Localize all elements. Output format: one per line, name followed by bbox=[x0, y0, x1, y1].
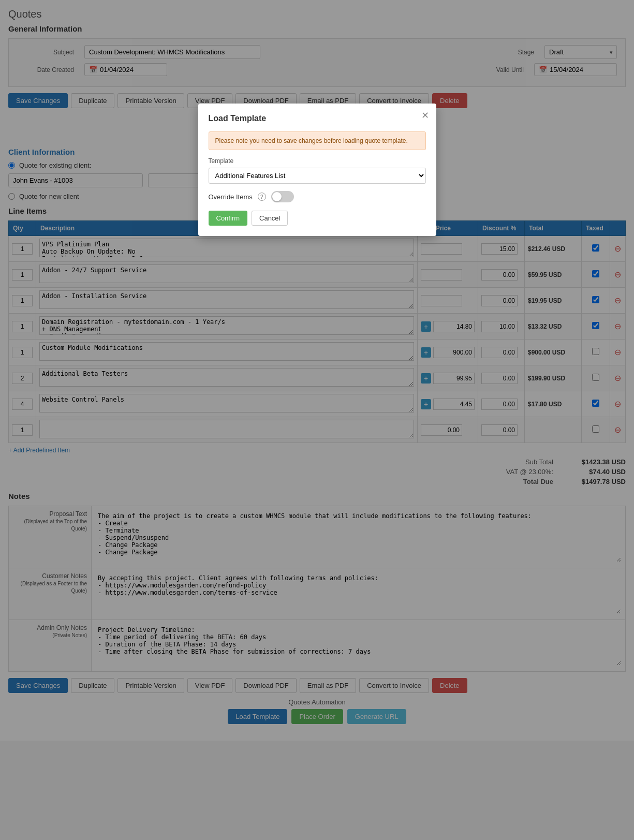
override-toggle[interactable] bbox=[271, 191, 294, 202]
override-row: Override Items ? bbox=[209, 191, 426, 202]
override-label: Override Items bbox=[209, 193, 253, 201]
modal-warning: Please note you need to save changes bef… bbox=[209, 131, 426, 150]
template-label: Template bbox=[209, 157, 426, 165]
modal-close-button[interactable]: ✕ bbox=[421, 110, 429, 121]
toggle-knob bbox=[272, 192, 282, 201]
modal-footer: Confirm Cancel bbox=[209, 211, 426, 226]
cancel-button[interactable]: Cancel bbox=[252, 211, 288, 226]
modal-box: Load Template ✕ Please note you need to … bbox=[198, 104, 436, 236]
template-select[interactable]: Additional Features List Standard Templa… bbox=[209, 168, 426, 184]
override-help-icon[interactable]: ? bbox=[258, 193, 266, 201]
confirm-button[interactable]: Confirm bbox=[209, 211, 248, 226]
modal-overlay[interactable]: Load Template ✕ Please note you need to … bbox=[0, 0, 634, 741]
modal-title: Load Template bbox=[209, 114, 426, 123]
